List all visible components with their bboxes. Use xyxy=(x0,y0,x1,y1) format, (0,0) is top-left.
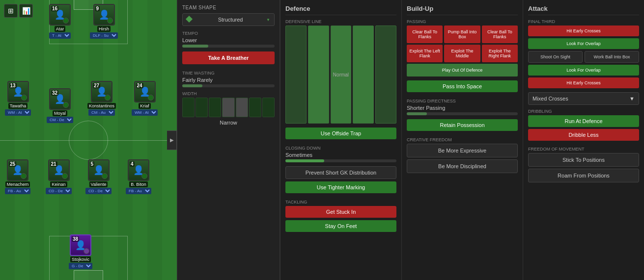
team-shape-dropdown[interactable]: Structured ▼ xyxy=(182,13,275,26)
flow-row-2: Look For Overlap xyxy=(528,38,639,49)
expressive-button[interactable]: Be More Expressive xyxy=(407,144,518,157)
expand-pitch-button[interactable]: ▶ xyxy=(167,130,177,150)
defence-title: Defence xyxy=(285,5,396,15)
pass-cell-exploit-left[interactable]: Exploit The Left Flank xyxy=(407,45,443,62)
hit-early-crosses-bottom[interactable]: Hit Early Crosses xyxy=(528,77,639,88)
player-bbiton[interactable]: 👤 4 B. Biton FB - Au xyxy=(126,159,151,194)
pass-cell-clear-left[interactable]: Clear Ball To Flanks xyxy=(407,25,443,43)
role-icon-keinan xyxy=(62,173,68,179)
time-wasting-value: Fairly Rarely xyxy=(182,77,275,83)
closing-fill xyxy=(285,159,324,162)
role-icon-tawatha xyxy=(21,95,27,101)
player-name-tawatha: Tawatha xyxy=(8,103,28,109)
shape-value: Structured xyxy=(218,17,243,23)
role-select-kriaf[interactable]: WM - At xyxy=(132,109,158,116)
overview-icon[interactable]: ⊞ xyxy=(4,4,18,18)
role-select-atar[interactable]: T - At xyxy=(49,32,71,39)
player-avatar-kriaf: 👤 24 xyxy=(134,81,156,102)
role-select-valiente[interactable]: CD - De xyxy=(85,188,112,194)
hit-early-crosses-top[interactable]: Hit Early Crosses xyxy=(528,25,639,36)
flow-row-4: Look For Overlap xyxy=(528,65,639,76)
player-avatar-stojkovic: 👤 38 xyxy=(70,234,91,256)
work-ball-button[interactable]: Work Ball Into Box xyxy=(585,51,639,63)
mixed-crosses-dropdown[interactable]: Mixed Crosses ▼ xyxy=(528,92,639,105)
player-valiente[interactable]: 👤 5 Valiente CD - De xyxy=(85,159,112,194)
player-hirsh[interactable]: 👤 9 Hirsh DLF - Su xyxy=(90,4,118,39)
pass-cell-exploit-mid[interactable]: Exploit The Middle xyxy=(444,45,480,62)
pass-cell-pump[interactable]: Pump Ball Into Box xyxy=(444,25,480,43)
attack-flow: Hit Early Crosses Look For Overlap Shoot… xyxy=(528,25,639,88)
width-cell-5[interactable] xyxy=(236,98,248,117)
width-cell-3[interactable] xyxy=(209,98,221,117)
role-select-tawatha[interactable]: WM - At xyxy=(5,109,31,116)
player-moyal[interactable]: 👤 32 Moyal CM - De xyxy=(47,88,73,123)
use-offside-trap-button[interactable]: Use Offside Trap xyxy=(285,127,396,139)
width-grid xyxy=(182,98,275,117)
directness-slider[interactable] xyxy=(407,112,518,115)
role-select-hirsh[interactable]: DLF - Su xyxy=(90,32,118,39)
player-stojkovic[interactable]: 👤 38 Stojkovic G - De xyxy=(69,234,92,269)
tighter-marking-button[interactable]: Use Tighter Marking xyxy=(285,181,396,193)
prevent-gk-button[interactable]: Prevent Short GK Distribution xyxy=(285,166,396,179)
dribble-less-button[interactable]: Dribble Less xyxy=(528,129,639,141)
roam-positions-button[interactable]: Roam From Positions xyxy=(528,169,639,182)
player-keinan[interactable]: 👤 21 Keinan CD - De xyxy=(46,159,72,194)
disciplined-button[interactable]: Be More Disciplined xyxy=(407,159,518,173)
player-name-menachem: Menachem xyxy=(5,181,30,187)
flow-row-5: Hit Early Crosses xyxy=(528,77,639,88)
closing-slider[interactable] xyxy=(285,159,396,162)
stay-feet-button[interactable]: Stay On Feet xyxy=(285,220,396,232)
player-avatar-tawatha: 👤 13 xyxy=(7,81,29,102)
shoot-sight-button[interactable]: Shoot On Sight xyxy=(528,51,583,63)
player-menachem[interactable]: 👤 25 Menachem FB - Au xyxy=(5,159,30,194)
take-breather-button[interactable]: Take A Breather xyxy=(182,51,275,64)
player-name-valiente: Valiente xyxy=(89,181,108,187)
time-wasting-fill xyxy=(182,84,202,87)
role-select-moyal[interactable]: CM - De xyxy=(47,117,73,123)
def-bar-1 xyxy=(285,25,307,124)
width-cell-6[interactable] xyxy=(249,98,261,117)
pass-cell-exploit-right[interactable]: Exploit The Right Flank xyxy=(482,45,518,62)
width-cell-2[interactable] xyxy=(196,98,208,117)
pass-into-space-button[interactable]: Pass Into Space xyxy=(407,80,518,92)
look-overlap-bottom[interactable]: Look For Overlap xyxy=(528,65,639,76)
time-wasting-slider[interactable] xyxy=(182,84,275,87)
width-cell-1[interactable] xyxy=(182,98,195,117)
center-panel: TEAM SHAPE Structured ▼ TEMPO Lower Take… xyxy=(177,0,280,280)
team-shape-label: TEAM SHAPE xyxy=(182,5,275,10)
player-avatar-valiente: 👤 5 xyxy=(88,159,110,181)
role-select-bbiton[interactable]: FB - Au xyxy=(126,188,151,194)
role-select-keinan[interactable]: CD - De xyxy=(46,188,72,194)
player-tawatha[interactable]: 👤 13 Tawatha WM - At xyxy=(5,81,31,116)
role-select-stojkovic[interactable]: G - De xyxy=(69,263,92,269)
def-bar-4 xyxy=(353,25,374,124)
player-name-keinan: Keinan xyxy=(50,181,67,187)
width-cell-4[interactable] xyxy=(222,98,234,117)
passing-label: PASSING xyxy=(407,19,518,24)
directness-label: PASSING DIRECTNESS xyxy=(407,99,518,103)
player-konstantinos[interactable]: 👤 27 Konstantinos CM - Au xyxy=(87,81,116,116)
buildup-panel: Build-Up PASSING Clear Ball To Flanks Pu… xyxy=(401,0,523,280)
look-overlap-top[interactable]: Look For Overlap xyxy=(528,38,639,49)
player-kriaf[interactable]: 👤 24 Kriaf WM - At xyxy=(132,81,158,116)
final-third-label: FINAL THIRD xyxy=(528,19,639,24)
retain-possession-button[interactable]: Retain Possession xyxy=(407,119,518,131)
right-panels: Defence DEFENSIVE LINE Normal Use Offsid… xyxy=(280,0,644,280)
run-at-defence-button[interactable]: Run At Defence xyxy=(528,115,639,127)
passing-grid: Clear Ball To Flanks Pump Ball Into Box … xyxy=(407,25,518,76)
get-stuck-button[interactable]: Get Stuck In xyxy=(285,206,396,218)
pass-cell-clear-right[interactable]: Clear Ball To Flanks xyxy=(482,25,518,43)
stats-icon[interactable]: 📊 xyxy=(19,4,33,18)
role-select-menachem[interactable]: FB - Au xyxy=(5,188,30,194)
player-atar[interactable]: 👤 16 Atar T - At xyxy=(49,4,71,39)
player-name-kriaf: Kriaf xyxy=(139,103,151,109)
role-select-konstantinos[interactable]: CM - Au xyxy=(88,109,115,116)
role-icon-menachem xyxy=(21,173,27,179)
buildup-title: Build-Up xyxy=(407,5,518,15)
width-cell-7[interactable] xyxy=(262,98,275,117)
directness-fill xyxy=(407,112,427,115)
pass-cell-play-out[interactable]: Play Out Of Defence xyxy=(407,64,518,76)
tempo-slider[interactable] xyxy=(182,45,275,48)
stick-positions-button[interactable]: Stick To Positions xyxy=(528,153,639,167)
directness-value: Shorter Passing xyxy=(407,105,518,111)
